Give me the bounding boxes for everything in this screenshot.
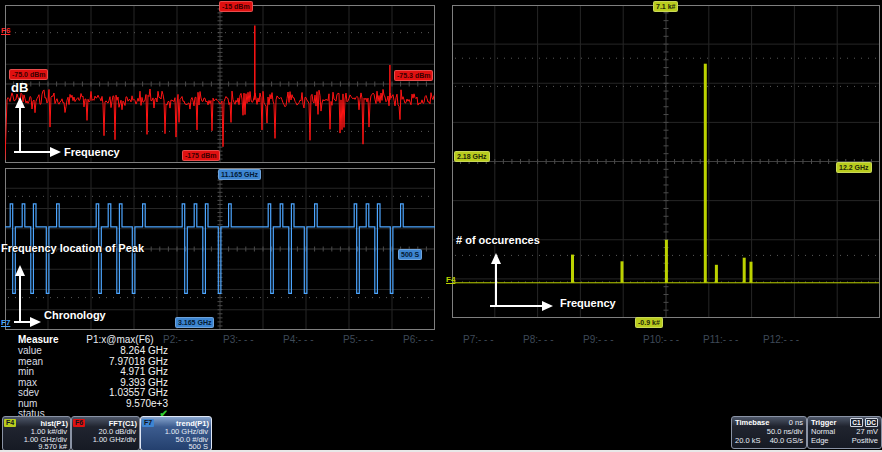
f4-badge: F4 [4, 419, 16, 427]
trend-right-scale-box: 500 S [398, 249, 422, 260]
oscilloscope-screen: F6 F7 F4 -15 dBm -75.0 dBm -75.3 dBm -17… [0, 0, 882, 452]
measure-param-p10[interactable]: P10:- - - [643, 334, 679, 345]
f6-trace-marker[interactable]: F6 [1, 26, 10, 35]
f6-badge: F6 [73, 419, 85, 427]
measure-param-p8[interactable]: P8:- - - [523, 334, 554, 345]
hist-bar [743, 258, 746, 283]
f4-descriptor-box[interactable]: F4 hist(P1) 1.00 k#/div 1.00 GHz/div 9.5… [2, 416, 71, 451]
hist-yaxis-label: # of occurences [456, 234, 540, 246]
measure-table-header: Measure [18, 334, 59, 345]
measure-row-value: 1.03557 GHz [62, 387, 168, 398]
hist-bar [665, 240, 668, 283]
f7-descriptor-box[interactable]: F7 trend(P1) 1.00 GHz/div 50.0 #/div 500… [140, 416, 212, 451]
trigger-level: 27 mV [856, 427, 878, 436]
hist-axes-arrow-icon [482, 250, 566, 312]
hist-bar [704, 64, 707, 283]
measure-row-label: value [18, 345, 42, 356]
timebase-per-div: 50.0 ns/div [767, 427, 803, 436]
trend-xaxis-label: Chronology [44, 309, 106, 321]
trend-top-scale-box: 11.165 GHz [218, 169, 261, 180]
timebase-rate: 40.0 GS/s [770, 436, 803, 445]
hist-right-scale-box: 12.2 GHz [836, 162, 872, 173]
hist-bar [750, 262, 753, 283]
timebase-samples: 20.0 kS [735, 436, 760, 445]
measure-param-p1[interactable]: P1:x@max(F6) [70, 334, 170, 345]
fft-xaxis-label: Frequency [64, 146, 120, 158]
fft-left-scale-box: -75.0 dBm [9, 69, 48, 80]
fft-right-scale-box: -75.3 dBm [394, 70, 433, 81]
measure-param-p3[interactable]: P3:- - - [223, 334, 254, 345]
trend-yaxis-label: Frequency location of Peak [1, 242, 144, 254]
fft-bottom-scale-box: -175 dBm [182, 150, 220, 161]
trigger-title: Trigger [811, 418, 836, 427]
trigger-box[interactable]: Trigger C1DC Normal27 mV EdgePositive [807, 416, 882, 449]
measure-param-p6[interactable]: P6:- - - [403, 334, 434, 345]
fft-top-scale-box: -15 dBm [219, 1, 253, 12]
measure-row-value: 4.971 GHz [62, 366, 168, 377]
trend-bottom-scale-box: 3.165 GHz [175, 317, 214, 328]
measure-param-p7[interactable]: P7:- - - [463, 334, 494, 345]
trigger-type: Edge [811, 436, 829, 445]
hist-bar [715, 265, 718, 283]
f6-hscale: 1.00 GHz/div [72, 436, 139, 444]
trigger-slope: Positive [852, 436, 878, 445]
measure-param-p9[interactable]: P9:- - - [583, 334, 614, 345]
hist-xaxis-label: Frequency [560, 297, 616, 309]
timebase-delay: 0 ns [789, 418, 803, 427]
trigger-mode: Normal [811, 427, 835, 436]
measure-row-label: sdev [18, 387, 39, 398]
timebase-box[interactable]: Timebase0 ns 50.0 ns/div 20.0 kS40.0 GS/… [731, 416, 807, 449]
f6-descriptor-box[interactable]: F6 FFT(C1) 20.0 dB/div 1.00 GHz/div [71, 416, 140, 451]
fft-axes-arrow-icon [6, 94, 66, 158]
hist-left-scale-box: 2.18 GHz [454, 151, 490, 162]
measure-param-p5[interactable]: P5:- - - [343, 334, 374, 345]
f4-trace-marker[interactable]: F4 [446, 275, 455, 284]
measure-param-p2[interactable]: P2:- - - [163, 334, 194, 345]
fft-spectrum-panel [5, 5, 435, 163]
hist-bar [571, 255, 574, 283]
fft-yaxis-label: dB [11, 80, 28, 95]
hist-top-scale-box: 7.1 k# [653, 1, 678, 12]
measure-param-p4[interactable]: P4:- - - [283, 334, 314, 345]
measure-param-p12[interactable]: P12:- - - [763, 334, 799, 345]
measure-param-p11[interactable]: P11:- - - [703, 334, 738, 345]
measure-row-label: min [18, 366, 34, 377]
f7-badge: F7 [142, 419, 154, 427]
hist-bottom-scale-box: -0.9 k# [635, 317, 663, 328]
hist-bar [621, 261, 624, 283]
measure-row-value: 8.264 GHz [62, 345, 168, 356]
timebase-title: Timebase [735, 418, 769, 427]
trigger-coupling-badge: DC [865, 418, 878, 427]
trigger-source-badge: C1 [850, 418, 862, 427]
